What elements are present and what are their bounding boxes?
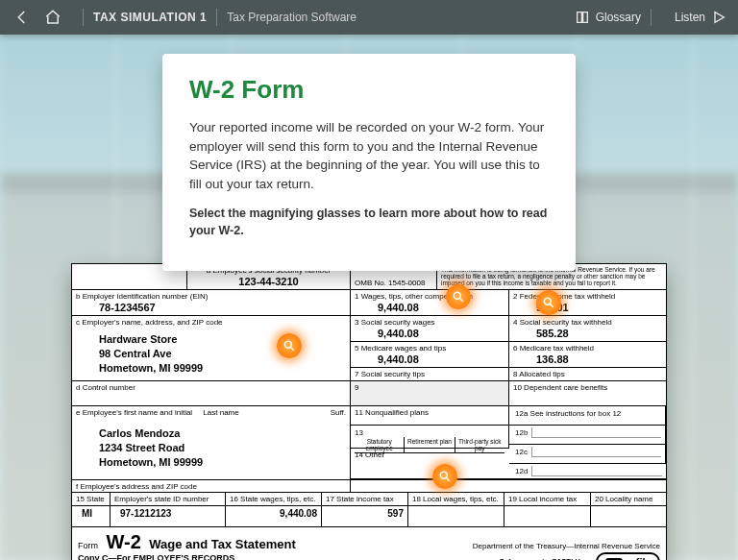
magnify-icon <box>452 290 465 304</box>
omb-number: OMB No. 1545-0008 <box>355 279 425 287</box>
box-14-label: 14 Other <box>355 450 505 459</box>
box-15-id-label: Employer's state ID number <box>114 495 221 503</box>
page-title: W-2 Form <box>189 75 549 105</box>
back-button[interactable] <box>12 7 33 28</box>
box-7-label: 7 Social security tips <box>355 370 504 378</box>
box-b-label: b Employer identification number (EIN) <box>76 292 346 301</box>
svg-point-3 <box>440 472 447 478</box>
form-name: W-2 <box>107 531 141 552</box>
box-18-label: 18 Local wages, tips, etc. <box>412 495 500 503</box>
box-c-label: c Employer's name, address, and ZIP code <box>76 318 346 327</box>
box-8-label: 8 Allocated tips <box>513 370 662 378</box>
employer-street: 98 Central Ave <box>99 347 346 361</box>
glossary-button[interactable]: Glossary <box>575 10 641 25</box>
employee-street: 1234 Street Road <box>99 441 346 455</box>
page-description: Your reported income will be recorded on… <box>189 118 549 193</box>
box-15-id-value: 97-1212123 <box>114 508 221 519</box>
listen-button[interactable]: Listen <box>675 10 726 25</box>
play-icon <box>711 10 726 25</box>
hotspot-box-3[interactable] <box>446 284 471 309</box>
info-card: W-2 Form Your reported income will be re… <box>162 54 576 271</box>
box-13-label: 13 <box>355 428 363 437</box>
box-17-value: 597 <box>326 508 404 519</box>
employer-name: Hardware Store <box>99 332 346 347</box>
svg-point-2 <box>284 341 291 348</box>
employee-city: Hometown, MI 99999 <box>99 455 346 470</box>
magnify-icon <box>542 296 555 309</box>
box-9-label: 9 <box>355 383 504 392</box>
box-6-label: 6 Medicare tax withheld <box>513 344 662 353</box>
box-12b-label: 12b <box>513 427 532 438</box>
box-17-label: 17 State income tax <box>326 495 404 503</box>
box-e-label: e Employee's first name and initial <box>76 408 203 417</box>
dept-line: Department of the Treasury—Internal Reve… <box>473 542 660 550</box>
app-title: TAX SIMULATION 1 <box>93 11 207 24</box>
box-12d-label: 12d <box>513 466 532 476</box>
hotspot-state-row[interactable] <box>432 464 457 489</box>
svg-point-1 <box>544 298 551 304</box>
box-11-label: 11 Nonqualified plans <box>355 408 504 417</box>
efile-badge: IRS e file <box>596 552 660 560</box>
magnify-icon <box>283 339 296 353</box>
box-1-value: 9,440.08 <box>355 301 504 313</box>
box-6-value: 136.88 <box>513 353 662 365</box>
form-title: Wage and Tax Statement <box>149 537 295 551</box>
box-15-state-label: 15 State <box>76 495 106 503</box>
home-button[interactable] <box>42 7 63 28</box>
hotspot-box-d[interactable] <box>277 333 302 358</box>
employee-name: Carlos Mendoza <box>99 426 346 441</box>
box-4-value: 585.28 <box>513 327 662 339</box>
hotspot-box-4[interactable] <box>536 290 561 315</box>
box-e-lastname-label: Last name <box>203 408 330 417</box>
top-bar: TAX SIMULATION 1 Tax Preparation Softwar… <box>0 0 738 35</box>
box-3-label: 3 Social security wages <box>355 318 504 327</box>
box-16-value: 9,440.08 <box>230 508 317 519</box>
box-5-label: 5 Medicare wages and tips <box>355 344 504 353</box>
app-subtitle: Tax Preparation Software <box>227 11 357 24</box>
box-a-value: 123-44-3210 <box>191 275 346 287</box>
box-e-suffix-label: Suff. <box>331 408 346 417</box>
w2-form: a Employee's social security number 123-… <box>71 263 667 561</box>
box-4-label: 4 Social security tax withheld <box>513 318 662 327</box>
box-3-value: 9,440.08 <box>355 327 504 339</box>
svg-point-0 <box>454 292 460 299</box>
box-f-label: f Employee's address and ZIP code <box>76 482 346 491</box>
box-16-label: 16 State wages, tips, etc. <box>230 495 317 503</box>
box-5-value: 9,440.08 <box>355 353 504 365</box>
employer-city: Hometown, MI 99999 <box>99 361 346 376</box>
box-15-state-value: MI <box>76 508 106 519</box>
form-label: Form <box>78 541 98 550</box>
box-19-label: 19 Local income tax <box>508 495 586 503</box>
box-12a-label: 12a See instructions for box 12 <box>513 408 623 419</box>
box-d-label: d Control number <box>76 383 346 392</box>
magnify-icon <box>438 470 452 483</box>
page-instruction: Select the magnifying glasses to learn m… <box>189 205 549 239</box>
copy-line: Copy C—For EMPLOYEE'S RECORDS <box>78 553 473 560</box>
box-10-label: 10 Dependent care benefits <box>513 383 662 392</box>
box-12c-label: 12c <box>513 447 532 457</box>
book-icon <box>575 10 590 25</box>
box-1-label: 1 Wages, tips, other compensation <box>355 292 504 301</box>
box-b-value: 78-1234567 <box>76 301 346 313</box>
box-20-label: 20 Locality name <box>595 495 662 503</box>
